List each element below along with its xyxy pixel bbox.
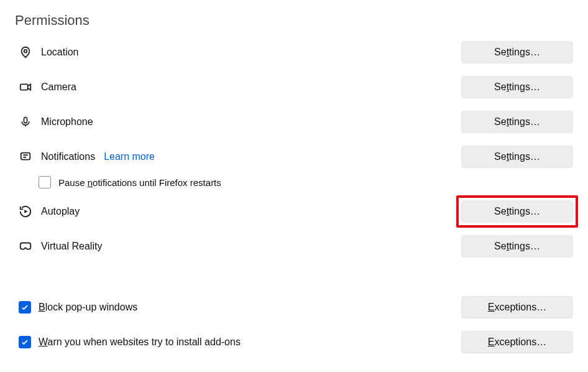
learn-more-link[interactable]: Learn more xyxy=(104,151,155,162)
label-warn-addons: Warn you when websites try to install ad… xyxy=(39,337,241,348)
settings-button-notifications[interactable]: Settings… xyxy=(461,146,573,168)
row-location: Location Settings… xyxy=(19,40,573,65)
svg-rect-1 xyxy=(21,84,28,90)
label-camera: Camera xyxy=(41,81,76,93)
settings-button-microphone[interactable]: Settings… xyxy=(461,111,573,133)
autoplay-icon xyxy=(19,205,32,218)
label-notifications: Notifications xyxy=(41,151,95,162)
label-location: Location xyxy=(41,47,79,58)
settings-button-autoplay[interactable]: Settings… xyxy=(461,200,573,223)
label-block-popups: Block pop-up windows xyxy=(39,302,137,313)
spacer xyxy=(19,269,573,285)
settings-button-location[interactable]: Settings… xyxy=(461,41,573,63)
row-block-popups: Block pop-up windows Exceptions… xyxy=(19,295,573,320)
location-icon xyxy=(19,45,32,59)
row-vr: Virtual Reality Settings… xyxy=(19,234,573,259)
camera-icon xyxy=(19,80,32,94)
label-autoplay: Autoplay xyxy=(41,206,80,217)
svg-rect-2 xyxy=(24,118,27,123)
svg-point-0 xyxy=(24,50,27,53)
label-vr: Virtual Reality xyxy=(41,241,102,252)
row-autoplay: Autoplay Settings… xyxy=(19,199,573,224)
settings-button-camera[interactable]: Settings… xyxy=(461,76,573,98)
checkbox-pause-notifications[interactable] xyxy=(39,176,51,188)
checkbox-block-popups[interactable] xyxy=(19,301,31,314)
settings-button-vr[interactable]: Settings… xyxy=(461,235,573,258)
checkbox-warn-addons[interactable] xyxy=(19,336,31,348)
highlight-autoplay-settings: Settings… xyxy=(456,195,578,228)
svg-rect-3 xyxy=(21,153,30,160)
permissions-panel: Permissions Location Settings… Camer xyxy=(0,0,588,372)
row-warn-addons: Warn you when websites try to install ad… xyxy=(19,330,573,355)
exceptions-button-popups[interactable]: Exceptions… xyxy=(461,296,573,319)
row-camera: Camera Settings… xyxy=(19,75,573,100)
notifications-icon xyxy=(19,150,32,164)
label-pause-notifications: Pause notifications until Firefox restar… xyxy=(58,177,221,188)
section-title: Permissions xyxy=(15,12,573,29)
microphone-icon xyxy=(19,115,32,129)
vr-icon xyxy=(19,239,32,253)
label-microphone: Microphone xyxy=(41,116,93,128)
row-notifications: Notifications Learn more Settings… xyxy=(19,144,573,169)
row-pause-notifications: Pause notifications until Firefox restar… xyxy=(39,175,573,189)
exceptions-button-addons[interactable]: Exceptions… xyxy=(461,331,573,353)
row-microphone: Microphone Settings… xyxy=(19,109,573,134)
permissions-rows: Location Settings… Camera Settings… xyxy=(19,40,573,355)
